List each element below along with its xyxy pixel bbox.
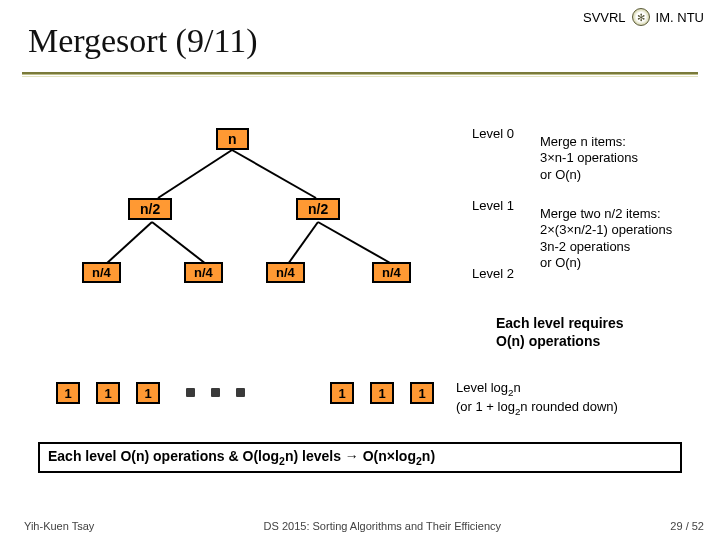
leaf-node: 1 (56, 382, 80, 404)
annot-text: 3n-2 operations (540, 239, 630, 254)
svvrl-label: SVVRL (583, 10, 626, 25)
annot-text: 2×(3×n/2-1) operations (540, 222, 672, 237)
annot-text: Merge two n/2 items: (540, 206, 661, 221)
footer: Yih-Kuen Tsay DS 2015: Sorting Algorithm… (24, 520, 704, 532)
level-label-0: Level 0 (472, 126, 514, 141)
tree-node: n/2 (296, 198, 340, 220)
annotation-level1: Merge two n/2 items: 2×(3×n/2-1) operati… (540, 206, 672, 271)
summary-line: O(n) operations (496, 333, 600, 349)
org-label: IM. NTU (656, 10, 704, 25)
annotation-level0: Merge n items: 3×n-1 operations or O(n) (540, 134, 638, 183)
tree-node-root: n (216, 128, 249, 150)
footer-page: 29 / 52 (670, 520, 704, 532)
annot-text: or O(n) (540, 255, 581, 270)
conclusion-box: Each level O(n) operations & O(log2n) le… (38, 442, 682, 473)
annot-text: Merge n items: (540, 134, 626, 149)
dot-icon (211, 388, 220, 397)
each-level-summary: Each level requires O(n) operations (496, 314, 624, 350)
dot-icon (236, 388, 245, 397)
svg-line-3 (152, 222, 206, 264)
conclusion-text: O(n×log (359, 448, 416, 464)
logo-icon: ✻ (632, 8, 650, 26)
leaf-node: 1 (330, 382, 354, 404)
svg-line-5 (318, 222, 392, 264)
annot-text: or O(n) (540, 167, 581, 182)
tree-node: n/2 (128, 198, 172, 220)
svg-line-0 (158, 150, 232, 198)
annot-text: (or 1 + log (456, 399, 515, 414)
svg-line-1 (232, 150, 316, 198)
level-label-1: Level 1 (472, 198, 514, 213)
annot-text: Level log (456, 380, 508, 395)
svg-line-2 (106, 222, 152, 264)
leaf-node: 1 (96, 382, 120, 404)
annot-text: n (513, 380, 520, 395)
rule-shadow (22, 74, 698, 75)
tree-node: n/4 (184, 262, 223, 283)
arrow-icon: → (345, 448, 359, 464)
tree-node: n/4 (266, 262, 305, 283)
rule-shadow (22, 76, 698, 77)
leaf-node: 1 (410, 382, 434, 404)
page-title: Mergesort (9/11) (28, 22, 257, 60)
conclusion-text: n) levels (285, 448, 345, 464)
conclusion-text: n) (422, 448, 435, 464)
conclusion-text: Each level O(n) operations & O(log (48, 448, 279, 464)
footer-author: Yih-Kuen Tsay (24, 520, 94, 532)
tree-node: n/4 (372, 262, 411, 283)
level-label-2: Level 2 (472, 266, 514, 281)
tree-node: n/4 (82, 262, 121, 283)
annot-text: 3×n-1 operations (540, 150, 638, 165)
header-right: SVVRL ✻ IM. NTU (583, 8, 704, 26)
svg-line-4 (288, 222, 318, 264)
footer-course: DS 2015: Sorting Algorithms and Their Ef… (264, 520, 501, 532)
leaf-node: 1 (136, 382, 160, 404)
leaf-node: 1 (370, 382, 394, 404)
summary-line: Each level requires (496, 315, 624, 331)
leaf-level-annotation: Level log2n (or 1 + log2n rounded down) (456, 380, 618, 418)
ellipsis-dots (186, 388, 245, 397)
annot-text: n rounded down) (520, 399, 618, 414)
dot-icon (186, 388, 195, 397)
